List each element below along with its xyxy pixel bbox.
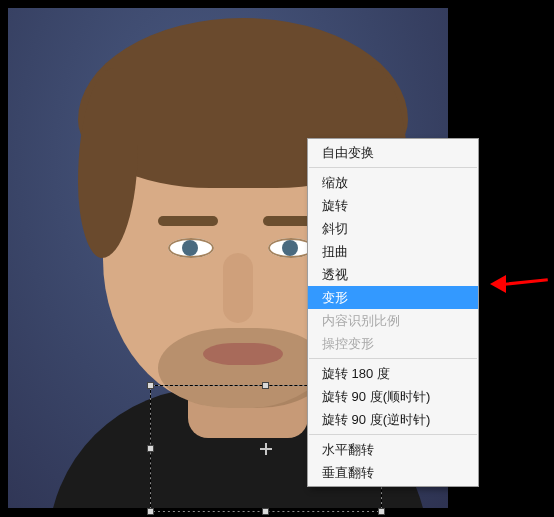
image-eye-left (168, 238, 214, 258)
menu-item: 内容识别比例 (308, 309, 478, 332)
transform-handle-bottom-right[interactable] (378, 508, 385, 515)
transform-handle-bottom-left[interactable] (147, 508, 154, 515)
arrow-shaft (502, 278, 548, 286)
transform-handle-top-left[interactable] (147, 382, 154, 389)
menu-item[interactable]: 透视 (308, 263, 478, 286)
image-mouth (203, 343, 283, 365)
menu-separator (309, 358, 477, 359)
transform-handle-middle-left[interactable] (147, 445, 154, 452)
canvas-stage: 自由变换缩放旋转斜切扭曲透视变形内容识别比例操控变形旋转 180 度旋转 90 … (0, 0, 554, 517)
menu-item[interactable]: 缩放 (308, 171, 478, 194)
menu-item[interactable]: 垂直翻转 (308, 461, 478, 484)
menu-separator (309, 434, 477, 435)
menu-item[interactable]: 变形 (308, 286, 478, 309)
menu-separator (309, 167, 477, 168)
transform-context-menu[interactable]: 自由变换缩放旋转斜切扭曲透视变形内容识别比例操控变形旋转 180 度旋转 90 … (307, 138, 479, 487)
transform-handle-bottom-middle[interactable] (262, 508, 269, 515)
transform-center-point[interactable] (260, 443, 272, 455)
menu-item[interactable]: 旋转 90 度(顺时针) (308, 385, 478, 408)
menu-item[interactable]: 斜切 (308, 217, 478, 240)
menu-item[interactable]: 旋转 (308, 194, 478, 217)
menu-item[interactable]: 旋转 90 度(逆时针) (308, 408, 478, 431)
menu-item[interactable]: 扭曲 (308, 240, 478, 263)
menu-item[interactable]: 旋转 180 度 (308, 362, 478, 385)
menu-item[interactable]: 自由变换 (308, 141, 478, 164)
image-brow-left (158, 216, 218, 226)
menu-item: 操控变形 (308, 332, 478, 355)
image-nose (223, 253, 253, 323)
transform-handle-top-middle[interactable] (262, 382, 269, 389)
menu-item[interactable]: 水平翻转 (308, 438, 478, 461)
annotation-arrow (490, 275, 548, 295)
